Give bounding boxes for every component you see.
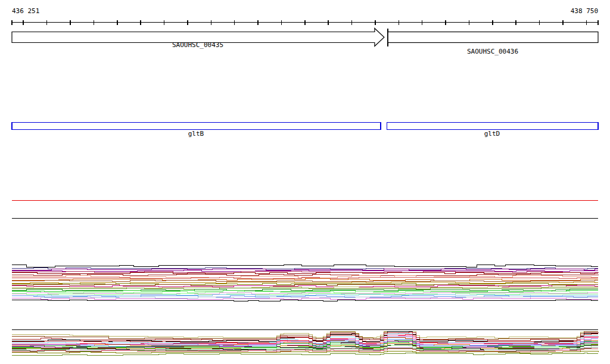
- cds-box-gltB[interactable]: [12, 123, 381, 130]
- coverage-line: [12, 288, 598, 290]
- coverage-line: [12, 300, 598, 301]
- coverage-line: [12, 265, 598, 267]
- cds-box-gltD[interactable]: [387, 123, 598, 130]
- tracks-graphics: [0, 0, 610, 364]
- cds-label-gltB: gltB: [188, 130, 204, 137]
- gene-label-1: SAOUHSC_00435: [172, 42, 223, 48]
- gene-box-SAOUHSC_00436[interactable]: [388, 32, 598, 43]
- cds-label-gltD: gltD: [484, 130, 500, 137]
- coverage-line: [12, 268, 598, 269]
- ruler-end-coordinate: 438 750: [571, 8, 598, 14]
- coverage-line: [12, 353, 598, 356]
- ruler-start-coordinate: 436 251: [12, 8, 39, 14]
- coverage-line: [12, 290, 598, 291]
- coverage-line: [12, 270, 598, 272]
- coverage-line: [12, 279, 598, 281]
- gene-label-2: SAOUHSC_00436: [467, 48, 518, 55]
- coverage-line: [12, 298, 598, 300]
- coverage-line: [12, 275, 598, 276]
- genome-browser-canvas: 436 251 438 750 SAOUHSC_00435 SAOUHSC_00…: [0, 0, 610, 364]
